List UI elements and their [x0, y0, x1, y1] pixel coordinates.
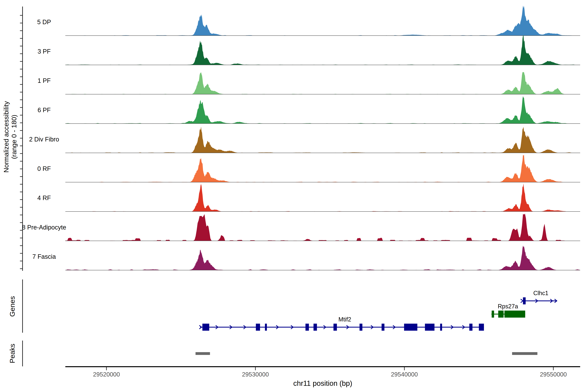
gene-exon: [492, 311, 494, 318]
gene-exon: [265, 324, 267, 331]
track-label: 0 RF: [38, 165, 51, 172]
track-row: 8 Pre-Adipocyte: [22, 214, 580, 241]
track-label: 4 RF: [38, 194, 51, 202]
gene-model: Clhc1: [521, 290, 557, 304]
axes-layer: 29520000295300002954000029550000: [20, 6, 580, 378]
y-axis-label-line1: Normalized accessibility: [2, 101, 10, 173]
gene-exon: [256, 324, 260, 331]
track-row: 5 DP: [37, 6, 580, 36]
track-row: 0 RF: [38, 155, 580, 182]
gene-exon: [504, 311, 525, 318]
track-label: 5 DP: [37, 18, 51, 26]
peak-bar: [196, 352, 210, 355]
track-area: [65, 72, 580, 94]
gene-exon: [334, 324, 337, 331]
x-tick-label: 29540000: [391, 371, 418, 378]
track-label: 3 PF: [38, 48, 51, 55]
gene-exon: [469, 324, 472, 331]
track-row: 1 PF: [38, 72, 580, 94]
gene-model: Rps27a: [491, 303, 525, 318]
tracks-layer: 5 DP3 PF1 PF6 PF2 Div Fibro0 RF4 RF8 Pre…: [22, 6, 580, 270]
gene-exon: [498, 311, 504, 318]
gene-exon: [425, 324, 434, 331]
gene-exon: [479, 324, 484, 331]
peaks-layer: [196, 352, 537, 355]
track-area: [65, 184, 580, 212]
track-label: 2 Div Fibro: [29, 136, 59, 143]
track-area: [65, 6, 580, 36]
track-row: 3 PF: [38, 36, 580, 65]
x-axis-line: [65, 366, 580, 367]
gene-exon: [360, 324, 362, 331]
track-label: 6 PF: [38, 107, 51, 114]
track-area: [65, 246, 580, 270]
gene-label: Mtif2: [338, 316, 351, 323]
track-area: [65, 155, 580, 182]
gene-exon: [404, 324, 417, 331]
peaks-section-label: Peaks: [8, 344, 16, 363]
gene-exon: [382, 324, 384, 331]
x-axis-title: chr11 position (bp): [293, 379, 352, 387]
gene-exon: [440, 324, 442, 331]
track-area: [65, 36, 580, 65]
track-row: 4 RF: [38, 184, 580, 212]
track-area: [65, 214, 580, 241]
track-row: 6 PF: [38, 96, 580, 124]
track-area: [65, 96, 580, 124]
gene-label: Clhc1: [533, 290, 548, 296]
track-row: 2 Div Fibro: [29, 127, 580, 153]
gene-label: Rps27a: [498, 303, 518, 310]
coverage-plot-figure: 29520000295300002954000029550000 5 DP3 P…: [0, 0, 588, 392]
track-label: 7 Fascia: [32, 253, 56, 260]
track-row: 7 Fascia: [32, 246, 580, 270]
x-tick-label: 29530000: [242, 371, 269, 378]
x-tick-label: 29550000: [540, 371, 567, 378]
track-label: 8 Pre-Adipocyte: [22, 224, 66, 231]
track-area: [65, 127, 580, 153]
peak-bar: [512, 352, 537, 355]
gene-exon: [314, 324, 317, 331]
gene-exon: [202, 324, 209, 331]
y-axis-label-line2: (range 0 - 180): [10, 115, 18, 159]
genes-layer: Mtif2Rps27aClhc1: [199, 290, 557, 331]
gene-model: Mtif2: [199, 316, 484, 331]
genes-section-label: Genes: [8, 296, 16, 317]
track-label: 1 PF: [38, 77, 51, 84]
coverage-plot-svg: 29520000295300002954000029550000 5 DP3 P…: [0, 0, 588, 392]
strand-arrow-icon: [521, 299, 523, 303]
x-tick-label: 29520000: [93, 371, 120, 378]
gene-exon: [306, 324, 309, 331]
